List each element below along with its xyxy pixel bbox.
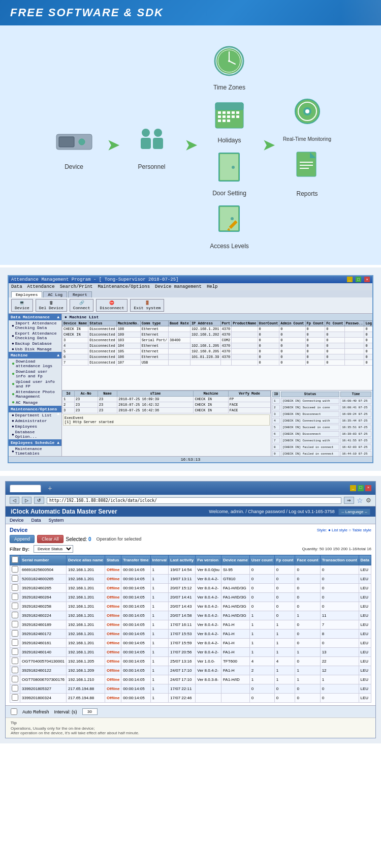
- device-table-row: 3929182460140192.168.1.201Offline00:00:1…: [10, 648, 371, 657]
- refresh-btn[interactable]: ↺: [34, 497, 44, 504]
- row-checkbox[interactable]: [12, 694, 18, 701]
- filter-select[interactable]: Device Status: [34, 545, 73, 553]
- device-cell: LEU: [359, 657, 371, 666]
- tab-employees[interactable]: Employees: [11, 291, 42, 297]
- close-btn[interactable]: ×: [364, 277, 370, 282]
- att-table-row: CHECK INDisconnected108Ethernet192.168.1…: [62, 326, 373, 332]
- collapse-icon: ▲: [57, 315, 59, 319]
- row-checkbox[interactable]: [12, 566, 18, 573]
- svg-rect-4: [141, 138, 151, 149]
- tab-aclog[interactable]: AC Log: [43, 291, 67, 297]
- toolbar-deldevice-btn[interactable]: 🗑 Del Device: [36, 299, 67, 312]
- svg-rect-14: [215, 103, 243, 110]
- back-btn[interactable]: ◁: [10, 497, 19, 504]
- att-table-cell: 106: [116, 354, 140, 360]
- maximize-btn[interactable]: □: [356, 277, 361, 282]
- sidebar-admin[interactable]: ● Administrator: [9, 418, 61, 424]
- forward-btn[interactable]: ▷: [22, 497, 31, 504]
- sidebar-dbopt[interactable]: ● Database Option...: [9, 429, 61, 439]
- row-checkbox[interactable]: [12, 630, 18, 637]
- menu-device[interactable]: Device management: [155, 284, 202, 289]
- toolbar-connect-btn[interactable]: 🔗 Connect: [70, 299, 94, 312]
- row-checkbox[interactable]: [12, 667, 18, 673]
- menu-search[interactable]: Search/Print: [60, 284, 93, 289]
- row-checkbox[interactable]: [12, 612, 18, 618]
- row-checkbox[interactable]: [12, 639, 18, 646]
- status-cell: 16:44:10 07-25: [340, 451, 371, 456]
- device-cell: 1: [274, 620, 295, 630]
- go-btn[interactable]: ⇒: [344, 497, 354, 504]
- menu-attendance[interactable]: Attendance: [27, 284, 55, 289]
- nav-data[interactable]: Data: [31, 518, 41, 523]
- nav-device[interactable]: Device: [10, 518, 24, 523]
- settings-icon[interactable]: ⚙: [366, 497, 371, 504]
- selected-count: Selected: 0: [66, 536, 91, 542]
- menu-maintenance[interactable]: Maintenance/Options: [98, 284, 150, 289]
- row-checkbox[interactable]: [12, 676, 18, 682]
- new-tab-btn[interactable]: +: [44, 483, 56, 493]
- sidebar-upload-user[interactable]: ● Upload user info and FP: [9, 379, 61, 389]
- language-btn[interactable]: -- Language --: [338, 508, 370, 515]
- append-btn[interactable]: Append: [10, 535, 35, 543]
- row-checkbox[interactable]: [12, 584, 18, 591]
- sidebar-import[interactable]: ● Import Attendance Checking Data: [9, 320, 61, 331]
- browser-tab-device[interactable]: Device ×: [10, 485, 41, 492]
- dot6: ●: [12, 418, 14, 423]
- sidebar-export[interactable]: ● Export Attendance Checking Data: [9, 331, 61, 341]
- browser-close-btn[interactable]: ×: [365, 485, 371, 491]
- device-cell: 1: [150, 684, 168, 694]
- tab-close-icon[interactable]: ×: [33, 486, 36, 491]
- svg-rect-29: [220, 154, 238, 180]
- sidebar-usb[interactable]: ● Usb Disk Manage: [9, 346, 61, 352]
- menu-data[interactable]: Data: [11, 284, 22, 289]
- row-checkbox[interactable]: [12, 575, 18, 582]
- th-comm: Comm type: [140, 321, 168, 326]
- clear-all-btn[interactable]: Clear All: [37, 535, 64, 543]
- address-input[interactable]: [47, 497, 341, 504]
- row-checkbox[interactable]: [12, 657, 18, 664]
- tab-report[interactable]: Report: [68, 291, 92, 297]
- sidebar-section-schedule[interactable]: Employees Schedule ▲: [9, 439, 61, 446]
- device-cell: Offline: [105, 694, 121, 703]
- toolbar-disconnect-btn[interactable]: ⛔ Disconnect: [96, 299, 128, 312]
- bullet-icon2: ●: [12, 334, 14, 338]
- nav-system[interactable]: System: [49, 518, 64, 523]
- minimize-btn[interactable]: _: [347, 277, 353, 282]
- menu-help[interactable]: Help: [207, 284, 218, 289]
- att-table-cell: [169, 354, 190, 360]
- select-all-checkbox[interactable]: [12, 556, 18, 563]
- toolbar-exit-btn[interactable]: 🚪 Exit system: [130, 299, 164, 312]
- row-checkbox[interactable]: [12, 621, 18, 627]
- browser-max-btn[interactable]: □: [358, 485, 364, 491]
- sidebar-download-user[interactable]: ● Download user info and Fp: [9, 369, 61, 379]
- operation-label[interactable]: Operation for selected: [97, 536, 142, 542]
- row-checkbox[interactable]: [12, 685, 18, 692]
- att-table-cell: 5: [62, 349, 88, 354]
- att-table-cell: 0: [258, 326, 279, 332]
- row-checkbox[interactable]: [12, 648, 18, 655]
- interval-input[interactable]: [82, 708, 98, 715]
- sidebar-employees[interactable]: ● Employees: [9, 424, 61, 429]
- arrow-1: ➤: [107, 137, 119, 154]
- style-toggle[interactable]: Style: ● List style ○ Table style: [317, 528, 371, 532]
- sidebar-download-att[interactable]: ● Download attendance logs: [9, 358, 61, 369]
- sidebar-section-maint[interactable]: Maintenance/Options ▲: [9, 406, 61, 412]
- log-cell: 2018-07-25 16:42:32: [117, 402, 194, 408]
- sidebar-att-photo[interactable]: ● Attendance Photo Management: [9, 389, 61, 399]
- row-checkbox[interactable]: [12, 603, 18, 609]
- row-checkbox[interactable]: [12, 593, 18, 600]
- th-interval: Interval: [150, 555, 168, 565]
- sidebar-ac-manage[interactable]: ● AC Manage: [9, 399, 61, 406]
- toolbar-device-btn[interactable]: 💻 Device: [11, 299, 33, 312]
- sidebar-maint-tt[interactable]: ● Maintenance Timetables: [9, 446, 61, 456]
- sidebar-dept[interactable]: ● Department List: [9, 412, 57, 418]
- auto-refresh-checkbox[interactable]: [11, 708, 17, 715]
- sidebar-section-machine[interactable]: Machine ▲: [9, 352, 61, 358]
- status-cell: [CHECK IN] Connecting with: [281, 418, 339, 424]
- sidebar-backup[interactable]: ● Backup Database: [9, 341, 61, 346]
- log-cell: 23: [98, 397, 117, 402]
- browser-min-btn[interactable]: _: [350, 485, 356, 491]
- log-cell: 23: [74, 402, 98, 408]
- bookmark-icon[interactable]: ☆: [357, 496, 363, 504]
- sidebar-section-datamaint[interactable]: Data Maintenance ▲: [9, 314, 61, 320]
